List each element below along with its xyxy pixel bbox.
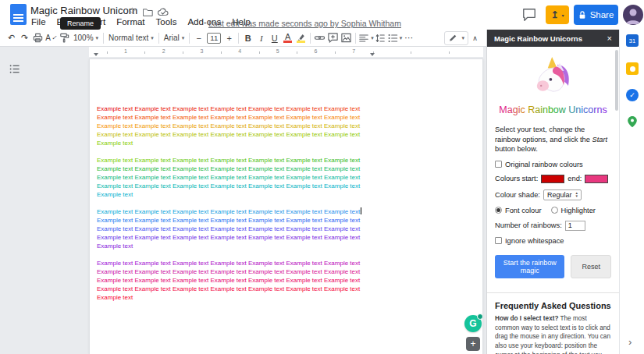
- text-line[interactable]: Example text Example text Example text E…: [97, 182, 361, 190]
- text-line[interactable]: Example text: [97, 190, 361, 199]
- calendar-icon[interactable]: 31: [626, 34, 639, 47]
- text-line[interactable]: Example text Example text Example text E…: [97, 130, 361, 139]
- number-of-rainbows-input[interactable]: 1: [565, 221, 585, 231]
- document-title[interactable]: Magic Rainbow Unicorn: [30, 5, 137, 16]
- comments-icon[interactable]: [521, 7, 537, 23]
- zoom-value: 100%: [73, 34, 94, 42]
- rename-tooltip: Rename: [60, 17, 101, 30]
- highlighter-label: Highlighter: [561, 207, 596, 214]
- colours-end-swatch[interactable]: [585, 175, 608, 183]
- tasks-icon[interactable]: ✓: [626, 89, 639, 101]
- apply-mode-row: Font colour Highlighter: [495, 207, 611, 214]
- paint-format-button[interactable]: [58, 31, 71, 45]
- add-comment-button[interactable]: [326, 31, 340, 45]
- text-line[interactable]: Example text: [97, 293, 361, 302]
- menu-file[interactable]: File: [26, 16, 52, 27]
- insert-image-button[interactable]: [340, 31, 353, 45]
- spellcheck-button[interactable]: A✓: [44, 31, 58, 45]
- text-color-button[interactable]: A: [281, 31, 294, 45]
- ruler-tick: [183, 51, 183, 54]
- text-line[interactable]: Example text Example text Example text E…: [97, 267, 361, 276]
- sidebar-scrollbar[interactable]: [615, 50, 618, 111]
- spellcheck-check: ✓: [52, 34, 57, 41]
- text-line[interactable]: Example text Example text Example text E…: [97, 276, 361, 285]
- separator: [103, 33, 104, 44]
- print-button[interactable]: [31, 31, 44, 45]
- original-colours-checkbox[interactable]: [495, 161, 502, 168]
- grammarly-add-icon[interactable]: +: [466, 337, 480, 351]
- grammarly-letter: G: [469, 318, 476, 329]
- addon-instructions: Select your text, change the rainbow opt…: [495, 125, 611, 154]
- text-line[interactable]: Example text Example text Example text E…: [97, 225, 361, 233]
- text-line[interactable]: Example text Example text Example text E…: [97, 285, 361, 293]
- colours-row: Colours start: end:: [495, 175, 611, 183]
- font-value: Arial: [164, 34, 180, 42]
- share-button[interactable]: Share: [574, 5, 618, 25]
- highlight-color-button[interactable]: [294, 31, 308, 45]
- editing-mode-button[interactable]: ▾: [444, 31, 468, 45]
- font-colour-label: Font colour: [505, 207, 542, 214]
- text-line[interactable]: Example text: [97, 242, 361, 250]
- text-line[interactable]: Example text Example text Example text E…: [97, 104, 361, 113]
- separator: [158, 33, 159, 44]
- text-line[interactable]: Example text Example text Example text E…: [97, 259, 361, 267]
- start-rainbow-button[interactable]: Start the rainbow magic: [495, 255, 564, 278]
- page[interactable]: Example text Example text Example text E…: [89, 58, 483, 354]
- text-line[interactable]: Example text Example text Example text E…: [97, 113, 361, 122]
- text-line[interactable]: Example text Example text Example text E…: [97, 165, 361, 173]
- text-line[interactable]: Example text Example text Example text E…: [97, 156, 361, 165]
- styles-value: Normal text: [109, 34, 148, 42]
- zoom-select[interactable]: 100%▾: [71, 31, 101, 45]
- highlighter-radio[interactable]: [551, 207, 558, 214]
- text-line[interactable]: Example text Example text Example text E…: [97, 233, 361, 242]
- font-size-decrease-button[interactable]: −: [192, 31, 205, 45]
- keep-bulb: [630, 66, 635, 72]
- colour-shade-select[interactable]: Regular ▲▼: [543, 189, 582, 200]
- presentation-mode-button[interactable]: ↥ ▾: [546, 5, 569, 24]
- text-line[interactable]: Example text Example text Example text E…: [97, 122, 361, 130]
- maps-icon[interactable]: [626, 115, 639, 128]
- star-icon[interactable]: ☆: [128, 6, 137, 16]
- paragraph-styles-select[interactable]: Normal text▾: [106, 31, 156, 45]
- text-line[interactable]: Example text Example text Example text E…: [97, 207, 361, 216]
- text-line[interactable]: Example text Example text Example text E…: [97, 216, 361, 225]
- separator: [238, 33, 239, 44]
- italic-button[interactable]: I: [254, 31, 268, 45]
- font-select[interactable]: Arial▾: [162, 31, 187, 45]
- last-edit-link[interactable]: Last edit was made seconds ago by Sophia…: [208, 19, 401, 28]
- menu-tools[interactable]: Tools: [151, 16, 183, 27]
- ruler-tick: [221, 51, 222, 54]
- text-line[interactable]: Example text: [97, 139, 361, 147]
- font-size-increase-button[interactable]: +: [222, 31, 236, 45]
- bold-button[interactable]: B: [241, 31, 254, 45]
- document-outline-icon[interactable]: [6, 61, 22, 76]
- ignore-whitespace-checkbox[interactable]: [495, 237, 502, 244]
- underline-button[interactable]: U: [268, 31, 281, 45]
- close-icon[interactable]: ×: [607, 34, 612, 43]
- ruler[interactable]: 1234567: [89, 47, 483, 57]
- redo-button[interactable]: ↷: [18, 31, 31, 45]
- undo-button[interactable]: ↶: [5, 31, 18, 45]
- indent-marker[interactable]: [94, 53, 98, 56]
- ruler-tick: [411, 51, 411, 54]
- font-size-input[interactable]: 11: [207, 33, 221, 44]
- more-options-button[interactable]: ⋯: [402, 31, 415, 45]
- docs-logo-lines: [13, 14, 23, 22]
- colours-start-swatch[interactable]: [541, 175, 564, 183]
- reset-button[interactable]: Reset: [571, 255, 611, 278]
- indent-marker[interactable]: [370, 53, 375, 56]
- menu-format[interactable]: Format: [111, 16, 150, 27]
- grammarly-icon[interactable]: G: [464, 315, 482, 332]
- numbered-list-button[interactable]: ▾: [387, 31, 403, 45]
- hide-menus-button[interactable]: ∧: [468, 31, 482, 45]
- docs-logo-icon[interactable]: [10, 4, 27, 25]
- keep-icon[interactable]: [626, 62, 639, 75]
- collapse-panel-icon[interactable]: ›: [628, 336, 632, 348]
- avatar[interactable]: [623, 5, 643, 25]
- line-spacing-button[interactable]: [374, 31, 387, 45]
- insert-link-button[interactable]: [313, 31, 326, 45]
- pencil-icon: [448, 34, 457, 43]
- font-colour-radio[interactable]: [495, 207, 502, 214]
- align-button[interactable]: ▾: [358, 31, 374, 45]
- text-line[interactable]: Example text Example text Example text E…: [97, 173, 361, 182]
